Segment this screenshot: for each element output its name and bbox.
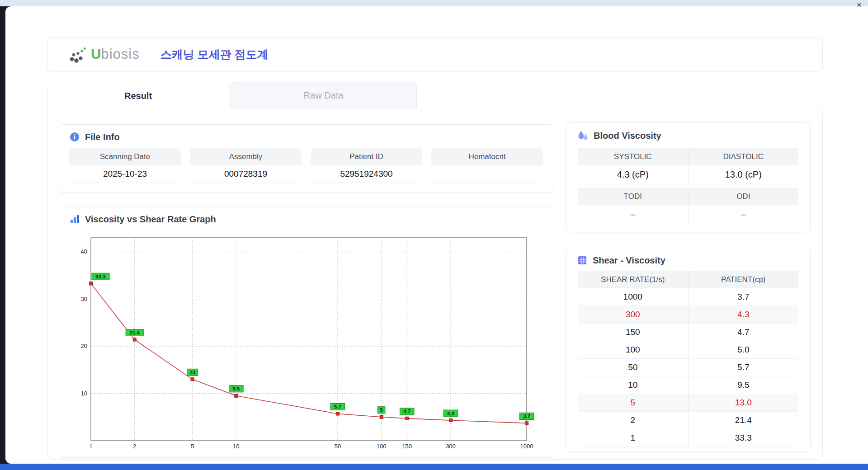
file-info-fields: Scanning Date2025-10-23Assembly000728319…	[69, 148, 543, 183]
svg-text:150: 150	[402, 443, 412, 450]
app-header: Ubiosis 스캐닝 모세관 점도계	[47, 37, 823, 71]
svg-text:1: 1	[89, 443, 92, 450]
file-info-field: Patient ID52951924300	[311, 148, 422, 183]
bar-chart-icon	[69, 214, 80, 225]
svg-text:4.3: 4.3	[447, 411, 454, 416]
svg-text:33.3: 33.3	[95, 274, 105, 279]
tab-raw-data[interactable]: Raw Data	[230, 82, 417, 109]
info-icon	[69, 132, 80, 142]
file-info-field: Hematocrit	[431, 148, 543, 183]
table-row: 513.0	[578, 394, 798, 412]
table-row: 221.4	[578, 412, 798, 429]
brand-text: Ubiosis	[91, 46, 140, 62]
table-body: 10003.73004.31504.71005.0505.7109.5513.0…	[578, 288, 798, 447]
patient-cell: 21.4	[688, 412, 799, 429]
blood-viscosity-title: Blood Viscosity	[594, 131, 661, 141]
file-info-field: Scanning Date2025-10-23	[69, 148, 181, 183]
svg-text:5: 5	[380, 407, 383, 413]
bv-value: –	[578, 205, 688, 224]
tab-result[interactable]: Result	[47, 82, 229, 110]
field-value	[431, 165, 543, 183]
svg-text:40: 40	[81, 248, 87, 255]
field-value: 000728319	[190, 165, 302, 183]
graph-card: Viscosity vs Shear Rate Graph 1251050100…	[58, 207, 554, 458]
shear-rate-cell: 1	[578, 429, 688, 446]
bv-value: –	[688, 205, 799, 224]
shear-rate-cell: 150	[578, 324, 688, 341]
taskbar-strip	[0, 464, 868, 470]
shear-rate-cell: 2	[578, 412, 688, 429]
svg-text:10: 10	[233, 443, 239, 450]
shear-viscosity-table: SHEAR RATE(1/s) PATIENT(cp) 10003.73004.…	[578, 271, 798, 447]
svg-text:9.5: 9.5	[232, 386, 240, 391]
leaf-dots-icon	[67, 45, 88, 64]
svg-text:50: 50	[335, 443, 341, 450]
shear-rate-cell: 5	[578, 394, 688, 411]
table-row: 505.7	[578, 359, 798, 376]
column-header-patient: PATIENT(cp)	[688, 271, 799, 288]
field-value: 2025-10-23	[69, 165, 181, 183]
title-bar	[0, 0, 868, 6]
viscosity-chart: 125105010015030010001020304033.321.4139.…	[66, 233, 545, 455]
shear-rate-cell: 50	[578, 359, 688, 376]
close-icon[interactable]: ×	[857, 0, 862, 9]
graph-header: Viscosity vs Shear Rate Graph	[58, 207, 554, 225]
patient-cell: 4.7	[688, 324, 799, 341]
result-panel: File Info Scanning Date2025-10-23Assembl…	[47, 109, 823, 460]
bv-label: ODI	[688, 188, 799, 205]
table-row: 10003.7	[578, 288, 798, 306]
table-row: 109.5	[578, 376, 798, 394]
blood-viscosity-grid: SYSTOLIC DIASTOLIC 4.3 (cP) 13.0 (cP) TO…	[578, 148, 798, 224]
table-header-row: SHEAR RATE(1/s) PATIENT(cp)	[578, 271, 798, 288]
file-info-title: File Info	[85, 132, 120, 142]
bv-header-row: SYSTOLIC DIASTOLIC	[578, 148, 798, 165]
field-label: Patient ID	[311, 148, 422, 165]
bv-value: 13.0 (cP)	[688, 165, 799, 184]
svg-text:5: 5	[191, 443, 194, 450]
patient-cell: 5.0	[688, 341, 799, 358]
bv-label: TODI	[578, 188, 688, 205]
file-info-header: File Info	[58, 125, 554, 142]
field-value: 52951924300	[311, 165, 422, 183]
svg-text:21.4: 21.4	[130, 330, 140, 335]
brand-u: U	[91, 46, 101, 62]
svg-text:20: 20	[81, 343, 87, 349]
file-info-field: Assembly000728319	[190, 148, 302, 183]
patient-cell: 5.7	[688, 359, 799, 376]
patient-cell: 9.5	[688, 376, 799, 394]
shear-viscosity-header: Shear - Viscosity	[566, 248, 810, 266]
svg-text:100: 100	[377, 443, 387, 450]
page-title: 스캐닝 모세관 점도계	[160, 47, 269, 62]
svg-text:3.7: 3.7	[523, 414, 530, 419]
svg-text:1000: 1000	[520, 443, 533, 450]
svg-text:10: 10	[81, 390, 87, 397]
chart-svg: 125105010015030010001020304033.321.4139.…	[66, 233, 536, 452]
column-header-shear-rate: SHEAR RATE(1/s)	[578, 271, 688, 288]
bv-value: 4.3 (cP)	[578, 165, 688, 184]
blood-viscosity-card: Blood Viscosity SYSTOLIC DIASTOLIC 4.3 (…	[566, 122, 811, 232]
graph-title: Viscosity vs Shear Rate Graph	[85, 214, 216, 225]
svg-text:4.7: 4.7	[403, 409, 410, 414]
shear-rate-cell: 1000	[578, 288, 688, 306]
svg-text:300: 300	[446, 443, 456, 450]
field-label: Hematocrit	[431, 148, 543, 165]
patient-cell: 3.7	[688, 288, 799, 306]
patient-cell: 13.0	[688, 394, 799, 411]
field-label: Scanning Date	[69, 148, 181, 165]
shear-rate-cell: 300	[578, 306, 688, 323]
app-window: Ubiosis 스캐닝 모세관 점도계 Result Raw Data File…	[5, 6, 868, 464]
table-row: 133.3	[578, 429, 798, 447]
bv-label: DIASTOLIC	[688, 148, 799, 165]
field-label: Assembly	[190, 148, 302, 165]
table-row: 1504.7	[578, 324, 798, 341]
svg-text:13: 13	[189, 370, 195, 375]
bv-header-row: TODI ODI	[578, 188, 798, 205]
shear-rate-cell: 100	[578, 341, 688, 358]
bv-value-row: – –	[578, 205, 798, 224]
shear-viscosity-card: Shear - Viscosity SHEAR RATE(1/s) PATIEN…	[566, 248, 811, 452]
table-row: 3004.3	[578, 306, 798, 324]
patient-cell: 4.3	[688, 306, 799, 323]
file-info-card: File Info Scanning Date2025-10-23Assembl…	[58, 124, 554, 193]
svg-text:30: 30	[81, 296, 87, 302]
svg-text:2: 2	[133, 443, 136, 450]
